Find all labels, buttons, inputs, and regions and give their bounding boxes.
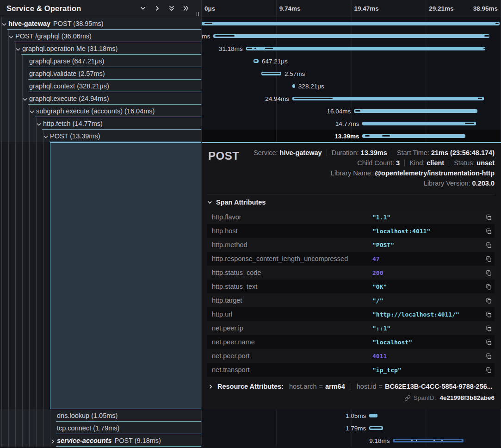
copy-icon[interactable] bbox=[482, 325, 495, 332]
copy-icon[interactable] bbox=[482, 367, 495, 373]
double-chevron-right-icon[interactable] bbox=[183, 5, 189, 12]
span-attributes-toggle[interactable]: Span Attributes bbox=[207, 194, 495, 210]
child-span-mark bbox=[294, 98, 333, 99]
child-span-mark bbox=[484, 35, 489, 37]
span-row[interactable]: subgraph.execute (accounts) (16.04ms) 16… bbox=[0, 105, 501, 117]
span-tree-cell[interactable]: graphql.context (328.21μs) bbox=[0, 80, 201, 92]
span-bar[interactable] bbox=[292, 84, 295, 88]
span-tree-cell[interactable]: hive-gateway POST (38.95ms) bbox=[0, 17, 201, 30]
timeline-track[interactable]: 9.18ms bbox=[202, 434, 501, 447]
attribute-row: http.host"localhost:4011" bbox=[207, 224, 495, 238]
resource-attributes-row[interactable]: Resource Attributes: host.arch=arm64 hos… bbox=[207, 383, 495, 390]
chevron-down-icon[interactable] bbox=[8, 33, 14, 39]
copy-icon[interactable] bbox=[482, 228, 495, 235]
timeline-track[interactable]: 647.21μs bbox=[202, 55, 501, 67]
chevron-right-icon[interactable] bbox=[50, 438, 56, 443]
span-tree-cell[interactable]: POST (13.39ms) bbox=[0, 130, 201, 142]
copy-icon[interactable] bbox=[482, 269, 495, 276]
chevron-down-icon[interactable] bbox=[29, 108, 35, 114]
span-row[interactable]: graphql.parse (647.21μs) 647.21μs bbox=[0, 55, 501, 67]
span-tree-cell[interactable]: graphql.validate (2.57ms) bbox=[0, 67, 201, 80]
timeline-track[interactable]: 13.39ms bbox=[202, 130, 501, 142]
span-bar[interactable] bbox=[354, 109, 477, 113]
chevron-down-icon[interactable] bbox=[15, 46, 21, 51]
attribute-row: net.transport"ip_tcp" bbox=[207, 363, 495, 377]
span-tree-cell[interactable]: subgraph.execute (accounts) (16.04ms) bbox=[0, 105, 201, 117]
chevron-down-icon[interactable] bbox=[43, 133, 49, 139]
timeline-track[interactable]: 1.79ms bbox=[202, 422, 501, 434]
timeline-track[interactable]: 328.21μs bbox=[202, 80, 501, 92]
copy-icon[interactable] bbox=[482, 353, 495, 360]
span-tree-cell[interactable]: service-accounts POST (9.18ms) bbox=[0, 434, 201, 447]
timeline-track[interactable]: 38.95ms bbox=[202, 17, 501, 30]
timeline-track[interactable]: 1.05ms bbox=[202, 409, 501, 422]
span-row[interactable]: graphql.validate (2.57ms) 2.57ms bbox=[0, 67, 501, 80]
span-row[interactable]: dns.lookup (1.05ms) 1.05ms bbox=[0, 409, 501, 422]
indent-guides bbox=[0, 42, 16, 55]
span-bar[interactable] bbox=[213, 34, 489, 38]
span-bar[interactable] bbox=[246, 47, 486, 50]
copy-icon[interactable] bbox=[482, 339, 495, 346]
chevron-right-icon[interactable] bbox=[154, 5, 161, 12]
attribute-value: 47 bbox=[372, 255, 482, 262]
timeline-track[interactable]: 36.06ms bbox=[202, 30, 501, 42]
attribute-row: http.target"/" bbox=[207, 293, 495, 307]
span-row[interactable]: graphql.context (328.21μs) 328.21μs bbox=[0, 80, 501, 92]
duration-label: 9.18ms bbox=[369, 437, 390, 444]
duration-label: 647.21μs bbox=[262, 57, 288, 64]
span-row[interactable]: graphql.execute (24.94ms) 24.94ms bbox=[0, 92, 501, 105]
chevron-down-icon[interactable] bbox=[22, 96, 28, 101]
timeline-track[interactable]: 14.77ms bbox=[202, 117, 501, 130]
link-icon[interactable] bbox=[404, 395, 411, 401]
span-row[interactable]: http.fetch (14.77ms) 14.77ms bbox=[0, 117, 501, 130]
span-tree-cell[interactable]: graphql.operation Me (31.18ms) bbox=[0, 42, 201, 55]
selected-span-panel bbox=[50, 142, 201, 409]
child-span-dot bbox=[433, 440, 435, 441]
attribute-key: http.host bbox=[212, 227, 372, 235]
indent-guides bbox=[0, 130, 44, 142]
resource-attributes-label: Resource Attributes: bbox=[217, 383, 284, 390]
child-span-mark bbox=[247, 48, 252, 49]
panel-resize-handle[interactable] bbox=[197, 12, 199, 16]
span-bar[interactable] bbox=[362, 122, 476, 125]
span-row[interactable]: hive-gateway POST (38.95ms) 38.95ms bbox=[0, 17, 501, 30]
chevron-down-icon[interactable] bbox=[1, 21, 7, 26]
copy-icon[interactable] bbox=[482, 242, 495, 249]
resource-item: host.arch=arm64 bbox=[289, 383, 345, 390]
copy-icon[interactable] bbox=[482, 297, 495, 304]
copy-icon[interactable] bbox=[482, 311, 495, 318]
copy-icon[interactable] bbox=[482, 214, 495, 221]
timeline-track[interactable]: 24.94ms bbox=[202, 92, 501, 105]
duration-label: 24.94ms bbox=[265, 95, 289, 102]
timeline-track[interactable]: 31.18ms bbox=[202, 42, 501, 55]
duration-label: 14.77ms bbox=[335, 120, 359, 127]
span-tree-cell[interactable]: tcp.connect (1.79ms) bbox=[0, 422, 201, 434]
span-tree-cell[interactable]: graphql.execute (24.94ms) bbox=[0, 92, 201, 105]
span-tree-cell[interactable]: POST /graphql (36.06ms) bbox=[0, 30, 201, 42]
span-row[interactable]: graphql.operation Me (31.18ms) 31.18ms bbox=[0, 42, 501, 55]
span-row[interactable]: POST /graphql (36.06ms) 36.06ms bbox=[0, 30, 501, 42]
attribute-row: http.response_content_length_uncompresse… bbox=[207, 252, 495, 266]
copy-icon[interactable] bbox=[482, 255, 495, 262]
span-row[interactable]: tcp.connect (1.79ms) 1.79ms bbox=[0, 422, 501, 434]
span-bar[interactable] bbox=[202, 22, 500, 25]
copy-icon[interactable] bbox=[482, 283, 495, 290]
span-tree-cell[interactable]: graphql.parse (647.21μs) bbox=[0, 55, 201, 67]
span-bar[interactable] bbox=[369, 414, 377, 417]
timeline-track[interactable]: 16.04ms bbox=[202, 105, 501, 117]
double-chevron-down-icon[interactable] bbox=[168, 5, 175, 12]
attribute-key: net.peer.name bbox=[212, 338, 372, 346]
chevron-down-icon[interactable] bbox=[140, 5, 146, 12]
span-tree-cell[interactable]: dns.lookup (1.05ms) bbox=[0, 409, 201, 422]
timeline-track[interactable]: 2.57ms bbox=[202, 67, 501, 80]
span-tree-cell[interactable]: http.fetch (14.77ms) bbox=[0, 117, 201, 130]
indent-guides bbox=[0, 80, 23, 92]
span-bar[interactable] bbox=[362, 134, 465, 138]
child-span-mark bbox=[370, 427, 382, 429]
chevron-down-icon[interactable] bbox=[36, 121, 42, 126]
service-name: service-accounts bbox=[57, 437, 111, 444]
child-span-mark bbox=[262, 73, 280, 74]
span-row[interactable]: POST (13.39ms) 13.39ms bbox=[0, 130, 501, 142]
indent-guides bbox=[0, 55, 23, 67]
span-row[interactable]: service-accounts POST (9.18ms) 9.18ms bbox=[0, 434, 501, 447]
